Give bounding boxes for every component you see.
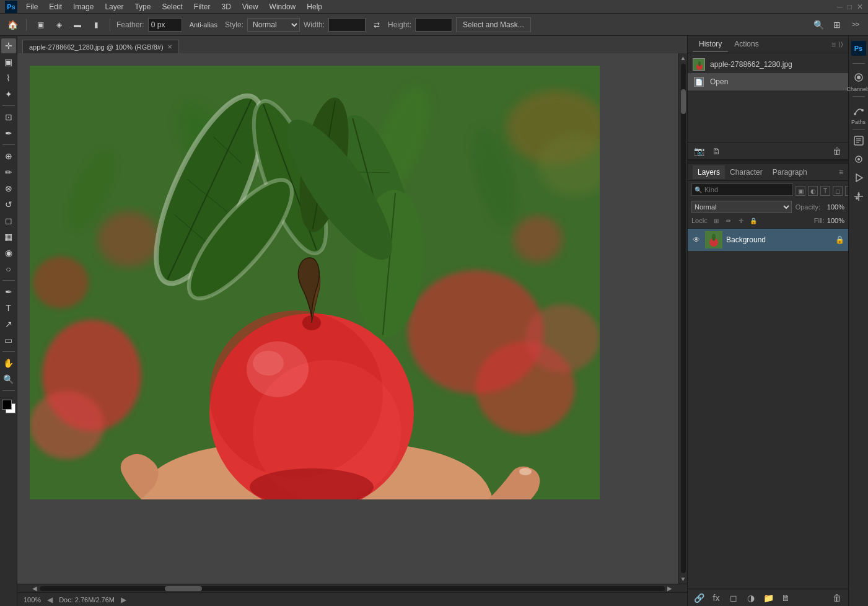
delete-layer-btn[interactable]: 🗑 [831, 592, 843, 604]
history-mini-btn[interactable] [851, 133, 866, 148]
width-input[interactable] [328, 18, 366, 32]
crop-tool[interactable]: ⊡ [1, 110, 16, 125]
menu-window[interactable]: Window [265, 1, 301, 12]
new-layer-btn[interactable]: 🗎 [779, 592, 792, 604]
filter-shape-btn[interactable]: ◻ [833, 186, 843, 196]
status-arrow-right[interactable]: ▶ [121, 595, 126, 604]
menu-view[interactable]: View [237, 1, 263, 12]
layer-lock-icon[interactable]: 🔒 [835, 235, 844, 244]
history-panel-menu-btn[interactable]: ≡ [831, 40, 836, 49]
menu-help[interactable]: Help [302, 1, 327, 12]
lock-move-btn[interactable]: ✛ [736, 216, 746, 226]
scroll-up-btn[interactable]: ▲ [680, 55, 686, 61]
scroll-right-btn[interactable]: ▶ [665, 585, 675, 592]
blend-mode-select[interactable]: Normal Multiply Screen Overlay [691, 201, 792, 213]
wand-tool[interactable]: ✦ [1, 87, 16, 102]
lock-all-btn[interactable]: 🔒 [748, 216, 758, 226]
filter-adjust-btn[interactable]: ◐ [808, 186, 818, 196]
background-layer-row[interactable]: 👁 Background 🔒 [688, 229, 848, 251]
layers-tab[interactable]: Layers [693, 165, 725, 179]
view-btn[interactable]: ⊞ [830, 17, 844, 32]
character-tab[interactable]: Character [725, 165, 768, 179]
delete-state-btn[interactable]: 🗑 [831, 145, 843, 157]
feather-input[interactable] [148, 18, 182, 32]
menu-3d[interactable]: 3D [216, 1, 235, 12]
menu-select[interactable]: Select [157, 1, 187, 12]
antialias-btn[interactable]: Anti-alias [186, 17, 221, 32]
opacity-value[interactable]: 100% [823, 203, 844, 211]
history-brush-tool[interactable]: ↺ [1, 197, 16, 212]
history-snapshot-item[interactable]: apple-2788662_1280.jpg [688, 56, 848, 73]
menu-image[interactable]: Image [68, 1, 99, 12]
marquee-row-btn[interactable]: ▬ [70, 17, 85, 32]
minimize-btn[interactable]: ─ [837, 2, 843, 11]
layers-search-box[interactable]: 🔍 [691, 183, 793, 196]
history-panel-collapse-btn[interactable]: ⟩⟩ [838, 41, 843, 48]
paragraph-tab[interactable]: Paragraph [768, 165, 812, 179]
v-scroll-thumb[interactable] [681, 89, 686, 114]
status-arrow-left[interactable]: ◀ [47, 595, 53, 604]
marquee-tool[interactable]: ▣ [1, 55, 16, 69]
actions-tab[interactable]: Actions [728, 37, 765, 52]
new-group-btn[interactable]: 📁 [762, 592, 774, 604]
marquee-col-btn[interactable]: ▮ [89, 17, 103, 32]
lock-draw-btn[interactable]: ✏ [724, 216, 734, 226]
close-btn[interactable]: ✕ [857, 2, 863, 11]
lock-pixels-btn[interactable]: ⊞ [711, 216, 721, 226]
create-doc-btn[interactable]: 🗎 [710, 145, 722, 157]
create-snapshot-btn[interactable]: 📷 [693, 145, 705, 157]
color-swatches[interactable] [2, 400, 15, 413]
add-mask-btn[interactable]: ◻ [727, 592, 740, 604]
swap-dimensions-btn[interactable]: ⇄ [369, 17, 384, 32]
channels-btn[interactable] [851, 70, 866, 85]
eraser-tool[interactable]: ◻ [1, 213, 16, 228]
gradient-tool[interactable]: ▦ [1, 229, 16, 244]
eyedropper-tool[interactable]: ✒ [1, 126, 16, 141]
blur-tool[interactable]: ◉ [1, 245, 16, 260]
menu-filter[interactable]: Filter [189, 1, 216, 12]
restore-btn[interactable]: □ [848, 2, 852, 11]
fill-value[interactable]: 100% [827, 217, 844, 224]
canvas-tab[interactable]: apple-2788662_1280.jpg @ 100% (RGB/8#) ✕ [22, 40, 179, 53]
healing-tool[interactable]: ⊕ [1, 149, 16, 164]
link-layers-btn[interactable]: 🔗 [693, 592, 705, 604]
clone-tool[interactable]: ⊗ [1, 181, 16, 196]
add-style-btn[interactable]: fx [710, 592, 722, 604]
history-open-item[interactable]: 📄 Open [688, 73, 848, 90]
canvas-scrollbar-v[interactable]: ▲ ▼ [678, 53, 687, 584]
h-scroll-thumb[interactable] [165, 586, 202, 591]
close-tab-btn[interactable]: ✕ [167, 43, 172, 50]
canvas-scroll-area[interactable] [17, 53, 678, 584]
move-tool[interactable]: ✛ [1, 38, 16, 53]
foreground-color[interactable] [2, 400, 12, 410]
style-select[interactable]: Normal Fixed Ratio Fixed Size [247, 18, 300, 32]
pen-tool[interactable]: ✒ [1, 284, 16, 299]
menu-edit[interactable]: Edit [44, 1, 67, 12]
zoom-tool[interactable]: 🔍 [1, 372, 16, 387]
brush-tool[interactable]: ✏ [1, 165, 16, 180]
lasso-tool[interactable]: ⌇ [1, 71, 16, 86]
dodge-tool[interactable]: ○ [1, 261, 16, 276]
expand-panels-btn[interactable]: >> [848, 17, 863, 32]
filter-pixel-btn[interactable]: ▣ [796, 186, 805, 196]
home-button[interactable]: 🏠 [5, 17, 20, 32]
paths-btn[interactable] [851, 103, 866, 118]
scroll-down-btn[interactable]: ▼ [680, 576, 686, 582]
filter-type-btn[interactable]: T [820, 186, 830, 196]
menu-layer[interactable]: Layer [100, 1, 128, 12]
search-btn[interactable]: 🔍 [811, 17, 826, 32]
layers-panel-menu-btn[interactable]: ≡ [839, 168, 843, 177]
hand-tool[interactable]: ✋ [1, 356, 16, 371]
properties-mini-btn[interactable] [851, 152, 866, 167]
actions-mini-btn[interactable] [851, 170, 866, 185]
layer-visibility-eye[interactable]: 👁 [691, 235, 701, 245]
marquee-rect-btn[interactable]: ▣ [33, 17, 48, 32]
scroll-left-btn[interactable]: ◀ [30, 585, 40, 592]
marquee-rect-btn2[interactable]: ◈ [51, 17, 66, 32]
path-selection-tool[interactable]: ↗ [1, 317, 16, 332]
height-input[interactable] [415, 18, 452, 32]
new-adjustment-btn[interactable]: ◑ [745, 592, 757, 604]
type-tool[interactable]: T [1, 301, 16, 315]
select-mask-btn[interactable]: Select and Mask... [456, 17, 531, 32]
history-tab[interactable]: History [693, 37, 728, 52]
